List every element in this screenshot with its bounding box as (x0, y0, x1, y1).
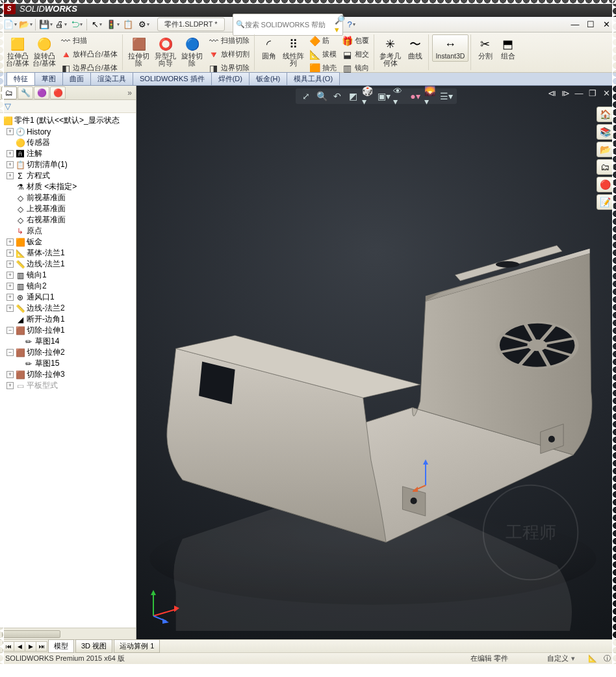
rib-button[interactable]: 🔶筋 (307, 34, 339, 47)
minimize-button[interactable]: — (568, 18, 582, 31)
wrap-button[interactable]: 🎁包覆 (340, 34, 372, 47)
rebuild-button[interactable]: 🚦▾ (105, 18, 120, 31)
tree-mirror1[interactable]: +▥镜向1 (1, 270, 136, 281)
tab-motion-study[interactable]: 运动算例 1 (114, 639, 160, 653)
tab-first-button[interactable]: ⏮ (3, 641, 14, 652)
expand-icon[interactable]: + (6, 272, 14, 279)
status-custom[interactable]: 自定义 (547, 654, 569, 663)
help-search-input[interactable] (245, 21, 335, 29)
expand-icon[interactable]: + (6, 371, 14, 378)
expand-icon[interactable]: + (6, 172, 14, 179)
fillet-button[interactable]: ◜圆角 (258, 34, 280, 62)
draft-button[interactable]: 📐拔模 (307, 48, 339, 61)
tree-cutlist[interactable]: +📋切割清单(1) (1, 159, 136, 170)
scrollbar-thumb[interactable] (2, 630, 60, 638)
tab-sketch[interactable]: 草图 (34, 72, 63, 85)
tree-sheetmetal[interactable]: +🟧钣金 (1, 236, 136, 248)
tree-sketch14[interactable]: ✏草图14 (1, 336, 136, 347)
mirror-button[interactable]: ▥镜向 (340, 62, 372, 75)
expand-icon[interactable]: + (6, 128, 14, 135)
tree-sensors[interactable]: 🟡传感器 (1, 137, 136, 148)
tree-plane-top[interactable]: ◇上视基准面 (1, 203, 136, 214)
expand-icon[interactable]: + (6, 261, 14, 268)
tab-next-button[interactable]: ▶ (25, 641, 36, 652)
split-button[interactable]: ✂分割 (474, 34, 496, 62)
tab-prev-button[interactable]: ◀ (14, 641, 25, 652)
tab-model[interactable]: 模型 (48, 639, 74, 653)
tree-history[interactable]: +🕘History (1, 126, 136, 137)
collapse-icon[interactable]: − (6, 327, 14, 334)
combine-button[interactable]: ⬒组合 (497, 34, 519, 62)
options-button[interactable]: 📋 (121, 18, 135, 31)
revolve-boss-button[interactable]: 🟡旋转凸台/基体 (31, 34, 57, 69)
graphics-viewport[interactable]: ⧏ ⧐ — ❐ ✕ ⤢ 🔍 ↶ ◩ 🎲▾ ▣▾ 👁▾ ●▾ 🌄▾ ☰▾ 🏠 📚 … (136, 86, 616, 639)
expand-icon[interactable]: + (6, 382, 14, 389)
tab-last-button[interactable]: ⏭ (36, 641, 47, 652)
tab-addins[interactable]: SOLIDWORKS 插件 (133, 72, 212, 85)
expand-icon[interactable]: + (6, 150, 14, 157)
sidebar-hscrollbar[interactable] (0, 628, 136, 639)
tab-weldments[interactable]: 焊件(D) (211, 72, 250, 85)
sweep-button[interactable]: 〰扫描 (58, 34, 120, 47)
curves-button[interactable]: 〜曲线 (404, 34, 426, 62)
tab-render[interactable]: 渲染工具 (90, 72, 133, 85)
instant3d-button[interactable]: ↔Instant3D (432, 34, 468, 62)
tab-surfaces[interactable]: 曲面 (62, 72, 91, 85)
filter-icon[interactable]: ▽ (2, 101, 14, 112)
linear-pattern-button[interactable]: ⠿线性阵列 (281, 34, 307, 69)
tree-plane-front[interactable]: ◇前视基准面 (1, 192, 136, 203)
print-button[interactable]: 🖨▾ (54, 18, 68, 31)
help-button[interactable]: ?▾ (344, 18, 359, 31)
tree-cutextrude2[interactable]: −🟫切除-拉伸2 (1, 347, 136, 358)
expand-panel-icon[interactable]: » (125, 88, 135, 97)
tree-cutextrude3[interactable]: +🟫切除-拉伸3 (1, 369, 136, 380)
expand-icon[interactable]: + (6, 305, 14, 312)
tab-sheetmetal[interactable]: 钣金(H) (249, 72, 287, 85)
tab-mold[interactable]: 模具工具(O) (287, 72, 340, 85)
tree-baseflange1[interactable]: +📐基体-法兰1 (1, 248, 136, 259)
select-button[interactable]: ↖▾ (90, 18, 104, 31)
property-tab[interactable]: 🔧 (18, 86, 33, 99)
sweep-cut-button[interactable]: 〰扫描切除 (206, 34, 252, 47)
tree-cutextrude1[interactable]: −🟫切除-拉伸1 (1, 325, 136, 336)
expand-icon[interactable]: + (6, 249, 14, 257)
tree-edgeflange1[interactable]: +📏边线-法兰1 (1, 259, 136, 270)
collapse-icon[interactable]: − (6, 349, 14, 356)
tree-equations[interactable]: +Σ方程式 (1, 170, 136, 181)
tree-flatpattern[interactable]: +▭平板型式 (1, 380, 136, 391)
expand-icon[interactable]: + (6, 161, 14, 168)
expand-icon[interactable]: + (6, 294, 14, 301)
undo-button[interactable]: ⮌▾ (70, 18, 84, 31)
status-info-icon[interactable]: ⓘ (604, 654, 611, 663)
close-button[interactable]: ✕ (599, 18, 613, 31)
display-tab[interactable]: 🔴 (50, 86, 66, 99)
tree-breakcorner1[interactable]: ◢断开-边角1 (1, 314, 136, 325)
new-button[interactable]: 📄▾ (3, 18, 17, 31)
help-search[interactable]: 🔍 🔎▾ (233, 14, 343, 36)
extrude-cut-button[interactable]: 🟫拉伸切除 (126, 34, 152, 69)
intersect-button[interactable]: ⬓相交 (340, 48, 372, 61)
feature-tree[interactable]: 🟨零件1 (默认<<默认>_显示状态 +🕘History 🟡传感器 +🅰注解 +… (0, 113, 136, 628)
loft-boss-button[interactable]: 🔺放样凸台/基体 (58, 48, 120, 61)
feature-tree-tab[interactable]: 🗂 (1, 86, 17, 99)
tree-sketch15[interactable]: ✏草图15 (1, 358, 136, 369)
extrude-boss-button[interactable]: 🟨拉伸凸台/基体 (5, 34, 31, 69)
tree-root[interactable]: 🟨零件1 (默认<<默认>_显示状态 (1, 115, 136, 126)
search-dropdown-icon[interactable]: 🔎▾ (335, 15, 345, 34)
open-button[interactable]: 📂▾ (18, 18, 32, 31)
tab-features[interactable]: 特征 (6, 72, 35, 85)
tree-mirror2[interactable]: +▥镜向2 (1, 281, 136, 292)
tree-edgeflange2[interactable]: +📏边线-法兰2 (1, 303, 136, 314)
expand-icon[interactable]: + (6, 238, 14, 246)
hole-wizard-button[interactable]: ⭕异型孔向导 (153, 34, 179, 69)
config-tab[interactable]: 🟣 (34, 86, 49, 99)
tree-material[interactable]: ⚗材质 <未指定> (1, 181, 136, 192)
tree-origin[interactable]: ↳原点 (1, 225, 136, 236)
revolve-cut-button[interactable]: 🔵旋转切除 (179, 34, 205, 69)
tree-plane-right[interactable]: ◇右视基准面 (1, 214, 136, 225)
status-dropdown-icon[interactable]: ▾ (571, 654, 575, 663)
tree-annotations[interactable]: +🅰注解 (1, 148, 136, 159)
expand-icon[interactable]: + (6, 283, 14, 290)
document-tab[interactable]: 零件1.SLDPRT * (157, 18, 225, 31)
tree-vent1[interactable]: +⊛通风口1 (1, 292, 136, 303)
